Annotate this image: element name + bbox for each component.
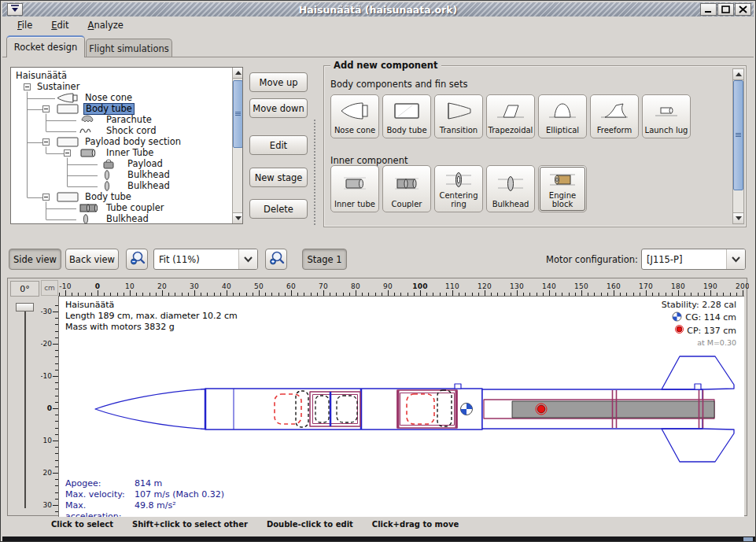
tab-rocket-design[interactable]: Rocket design: [6, 35, 85, 57]
rocket-info-line: Length 189 cm, max. diameter 10.2 cm: [65, 311, 238, 322]
scroll-down-arrow[interactable]: [233, 212, 243, 223]
zoom-in-button[interactable]: [265, 249, 287, 270]
window-title: Haisunäätä (haisunaata.ork): [2, 4, 754, 16]
component-group-label: Body components and fin sets: [330, 79, 467, 90]
tree-item-label: Haisunäätä: [16, 71, 67, 81]
add-bulkhead-button[interactable]: Bulkhead: [486, 165, 535, 212]
tree-expander-icon[interactable]: [42, 194, 50, 201]
tree-scrollbar[interactable]: [232, 67, 243, 224]
tab-flight-simulations[interactable]: Flight simulations: [86, 39, 172, 57]
tree-expander-icon[interactable]: [24, 83, 31, 90]
tree-expander-icon[interactable]: [64, 149, 71, 157]
component-button-label: Body tube: [386, 127, 426, 138]
flight-stat-value: 814 m: [135, 478, 162, 489]
flight-stat-row: Max. velocity:107 m/s (Mach 0.32): [65, 489, 224, 500]
motor-configuration-value: [J115-P]: [647, 254, 682, 265]
minimize-button[interactable]: [700, 3, 717, 16]
add-trapezoidal-fin-button[interactable]: Trapezoidal: [486, 94, 535, 138]
resize-grip[interactable]: [743, 537, 753, 541]
rotation-slider-handle[interactable]: [16, 303, 34, 312]
rocket-diagram-panel: 0° cm -100102030405060708090100110120130…: [7, 278, 747, 516]
add-freeform-fin-button[interactable]: Freeform: [590, 94, 639, 138]
add-nose-cone-button[interactable]: Nose cone: [330, 94, 379, 138]
tree-item-label: Parachute: [106, 115, 152, 125]
flight-stat-value: 49.8 m/s²: [135, 500, 176, 517]
add-launch-lug-button[interactable]: Launch lug: [642, 94, 691, 138]
new-stage-button[interactable]: New stage: [249, 168, 308, 187]
scrollbar-thumb[interactable]: [233, 80, 243, 148]
delete-button[interactable]: Delete: [249, 199, 308, 219]
side-view-button[interactable]: Side view: [9, 249, 61, 270]
motor-configuration-select[interactable]: [J115-P]: [641, 249, 746, 270]
tree-item-bulkhead[interactable]: Bulkhead: [11, 214, 230, 224]
scroll-down-arrow[interactable]: [733, 212, 743, 223]
cp-value: CP: 137 cm: [687, 326, 736, 337]
rocket-canvas[interactable]: HaisunäätäLength 189 cm, max. diameter 1…: [58, 296, 744, 517]
component-tree[interactable]: HaisunäätäSustainerNose coneBody tubePar…: [10, 67, 243, 224]
move-down-button[interactable]: Move down: [249, 98, 308, 118]
application-window: Haisunäätä (haisunaata.ork) FileEditAnal…: [0, 0, 756, 542]
motor-configuration-label: Motor configuration:: [544, 254, 638, 265]
launch-lug-outline[interactable]: [695, 384, 701, 389]
centering-ring-icon: [443, 166, 474, 192]
menu-analyze[interactable]: Analyze: [79, 17, 132, 33]
zoom-out-button[interactable]: [126, 249, 148, 270]
nose-cone-outline[interactable]: [95, 389, 205, 430]
tree-item-bulkhead[interactable]: Bulkhead: [11, 181, 230, 192]
menu-file[interactable]: File: [9, 17, 41, 33]
add-centering-ring-button[interactable]: Centering ring: [434, 165, 483, 212]
tree-item-parachute[interactable]: Parachute: [11, 115, 230, 126]
add-engine-block-button[interactable]: Engine block: [538, 165, 587, 212]
engine-block-icon: [547, 166, 578, 192]
title-bar[interactable]: Haisunäätä (haisunaata.ork): [2, 2, 754, 17]
back-view-button[interactable]: Back view: [65, 249, 119, 270]
rotation-angle-value: 0°: [10, 281, 39, 297]
tree-item-bulkhead[interactable]: Bulkhead: [11, 170, 230, 181]
edit-button[interactable]: Edit: [249, 135, 308, 155]
window-controls: [700, 3, 751, 16]
fin-lower[interactable]: [662, 429, 734, 462]
tree-item-label: Inner Tube: [106, 148, 153, 158]
add-body-tube-button[interactable]: Body tube: [382, 94, 431, 138]
chevron-down-icon: [238, 249, 257, 269]
launch-lug-outline[interactable]: [455, 384, 461, 389]
tree-item-haisunäätä[interactable]: Haisunäätä: [11, 71, 230, 82]
component-button-label: Centering ring: [439, 192, 478, 212]
tree-item-body-tube[interactable]: Body tube: [11, 104, 230, 115]
component-panel-scrollbar[interactable]: [732, 68, 744, 224]
tree-item-label: Nose cone: [85, 93, 132, 103]
status-bar: Click to selectShift+click to select oth…: [51, 520, 459, 529]
panel-splitter[interactable]: [313, 119, 317, 225]
add-transition-button[interactable]: Transition: [434, 94, 483, 138]
close-button[interactable]: [735, 3, 751, 16]
tree-expander-icon[interactable]: [42, 105, 50, 112]
menu-edit[interactable]: Edit: [42, 17, 77, 33]
scroll-up-arrow[interactable]: [233, 68, 243, 79]
add-elliptical-fin-button[interactable]: Elliptical: [538, 94, 587, 138]
scrollbar-thumb[interactable]: [733, 80, 743, 190]
rotation-slider-track[interactable]: [24, 305, 26, 508]
scroll-up-arrow[interactable]: [733, 69, 743, 80]
add-inner-tube-button[interactable]: Inner tube: [330, 165, 379, 212]
stage-1-toggle[interactable]: Stage 1: [302, 249, 347, 270]
tree-item-payload-body-section[interactable]: Payload body section: [11, 137, 230, 148]
tree-item-payload[interactable]: Payload: [11, 159, 230, 170]
tree-expander-icon[interactable]: [42, 138, 50, 146]
move-up-button[interactable]: Move up: [249, 72, 308, 92]
tree-item-label: Tube coupler: [106, 203, 164, 213]
tree-item-tube-coupler[interactable]: Tube coupler: [11, 203, 230, 214]
tree-item-body-tube[interactable]: Body tube: [11, 192, 230, 203]
component-button-label: Freeform: [597, 127, 632, 138]
status-hint: Click+drag to move: [372, 520, 459, 529]
stability-info: Stability: 2.28 cal CG: 114 cm CP: 137 c…: [662, 300, 736, 348]
maximize-button[interactable]: [717, 3, 734, 16]
zoom-level-select[interactable]: Fit (11%): [153, 249, 258, 270]
rocket-info-line: Mass with motors 3832 g: [65, 322, 238, 333]
tree-item-nose-cone[interactable]: Nose cone: [11, 93, 230, 104]
tree-item-shock-cord[interactable]: Shock cord: [11, 126, 230, 137]
add-coupler-button[interactable]: Coupler: [382, 165, 431, 212]
component-group-label: Inner component: [330, 155, 408, 166]
tree-item-sustainer[interactable]: Sustainer: [11, 82, 230, 93]
tree-item-inner-tube[interactable]: Inner Tube: [11, 148, 230, 159]
menu-bar: FileEditAnalyze: [2, 17, 754, 34]
